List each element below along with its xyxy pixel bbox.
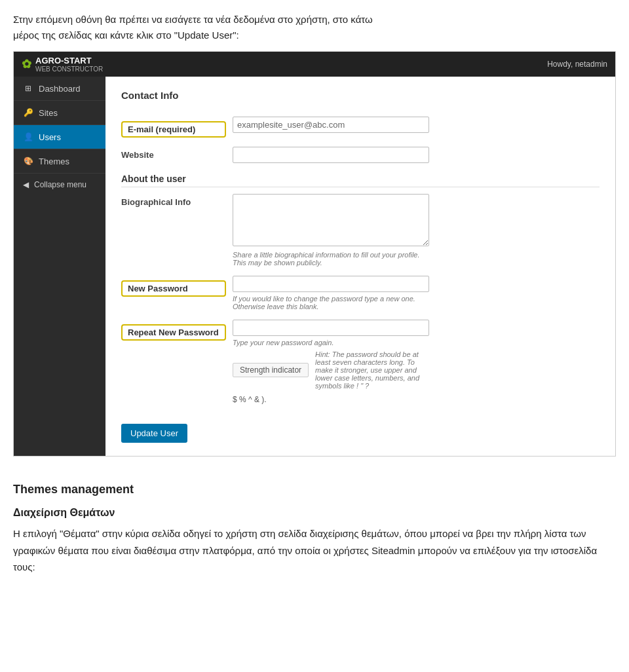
repeat-password-row: Repeat New Password Type your new passwo… — [121, 320, 600, 404]
themes-subheading: Διαχείριση Θεμάτων — [13, 507, 616, 519]
email-label: E-mail (required) — [121, 121, 226, 138]
strength-hint: Hint: The password should be at least se… — [315, 350, 429, 390]
update-user-button[interactable]: Update User — [121, 424, 187, 443]
wp-main-content: Contact Info E-mail (required) Website A… — [105, 77, 615, 456]
sidebar-item-users-label: Users — [39, 132, 61, 142]
about-user-heading: About the user — [121, 174, 600, 187]
website-input[interactable] — [233, 147, 429, 163]
sites-icon: 🔑 — [23, 107, 33, 118]
email-input-wrap[interactable] — [233, 117, 429, 133]
logo-icon: ✿ — [22, 57, 31, 71]
collapse-arrow-icon: ◀ — [23, 180, 29, 189]
wp-admin-panel: ✿ AGRO-START WEB CONSTRUCTOR Howdy, neta… — [13, 51, 616, 457]
howdy-text: Howdy, netadmin — [547, 60, 607, 69]
new-password-input-wrap[interactable]: If you would like to change the password… — [233, 276, 429, 310]
repeat-password-hint: Type your new password again. — [233, 339, 429, 346]
sidebar-item-users[interactable]: 👤 Users — [14, 125, 105, 149]
email-label-wrap: E-mail (required) — [121, 117, 233, 138]
repeat-password-label: Repeat New Password — [121, 324, 226, 341]
email-row: E-mail (required) — [121, 117, 600, 138]
themes-management-heading: Themes management — [13, 483, 616, 496]
collapse-menu[interactable]: ◀ Collapse menu — [14, 174, 105, 196]
sidebar-item-sites-label: Sites — [39, 108, 58, 118]
strength-indicator-button[interactable]: Strength indicator — [233, 363, 309, 377]
intro-line2: μέρος της σελίδας και κάντε κλικ στο "Up… — [13, 29, 239, 41]
strength-row: Strength indicator Hint: The password sh… — [233, 350, 429, 390]
themes-paragraph: Η επιλογή "Θέματα" στην κύρια σελίδα οδη… — [13, 525, 616, 576]
wp-header: ✿ AGRO-START WEB CONSTRUCTOR Howdy, neta… — [14, 52, 615, 77]
intro-line1: Στην επόμενη οθόνη θα πρέπει να εισάγετε… — [13, 14, 373, 25]
sidebar-item-themes[interactable]: 🎨 Themes — [14, 149, 105, 174]
logo-main-text: AGRO-START — [35, 56, 103, 65]
bio-label: Biographical Info — [121, 194, 233, 207]
themes-icon: 🎨 — [23, 156, 33, 166]
sidebar-item-themes-label: Themes — [39, 157, 69, 166]
new-password-label: New Password — [121, 280, 226, 297]
new-password-hint: If you would like to change the password… — [233, 295, 429, 310]
email-input[interactable] — [233, 117, 429, 133]
wp-logo: ✿ AGRO-START WEB CONSTRUCTOR — [22, 56, 103, 73]
symbols-hint: $ % ^ & ). — [233, 395, 429, 404]
sidebar-item-dashboard-label: Dashboard — [39, 84, 81, 94]
repeat-password-input-wrap[interactable]: Type your new password again. Strength i… — [233, 320, 429, 404]
bio-row: Biographical Info Share a little biograp… — [121, 194, 600, 267]
website-label: Website — [121, 147, 233, 160]
contact-info-title: Contact Info — [121, 90, 600, 106]
wp-sidebar: ⊞ Dashboard 🔑 Sites 👤 Users 🎨 Themes ◀ C… — [14, 77, 105, 456]
website-input-wrap[interactable] — [233, 147, 429, 163]
repeat-password-input[interactable] — [233, 320, 429, 336]
new-password-input[interactable] — [233, 276, 429, 292]
new-password-row: New Password If you would like to change… — [121, 276, 600, 310]
collapse-menu-label: Collapse menu — [34, 180, 86, 189]
logo-sub-text: WEB CONSTRUCTOR — [35, 65, 103, 73]
wp-body: ⊞ Dashboard 🔑 Sites 👤 Users 🎨 Themes ◀ C… — [14, 77, 615, 456]
bio-textarea[interactable] — [233, 194, 429, 246]
new-password-label-wrap: New Password — [121, 276, 233, 297]
sidebar-item-sites[interactable]: 🔑 Sites — [14, 101, 105, 125]
bottom-content-section: Themes management Διαχείριση Θεμάτων Η ε… — [0, 476, 629, 594]
sidebar-item-dashboard[interactable]: ⊞ Dashboard — [14, 77, 105, 101]
dashboard-icon: ⊞ — [23, 83, 33, 94]
bio-hint: Share a little biographical information … — [233, 251, 429, 267]
website-row: Website — [121, 147, 600, 163]
bio-input-wrap[interactable]: Share a little biographical information … — [233, 194, 429, 267]
repeat-password-label-wrap: Repeat New Password — [121, 320, 233, 341]
intro-section: Στην επόμενη οθόνη θα πρέπει να εισάγετε… — [0, 0, 629, 51]
users-icon: 👤 — [23, 132, 33, 142]
